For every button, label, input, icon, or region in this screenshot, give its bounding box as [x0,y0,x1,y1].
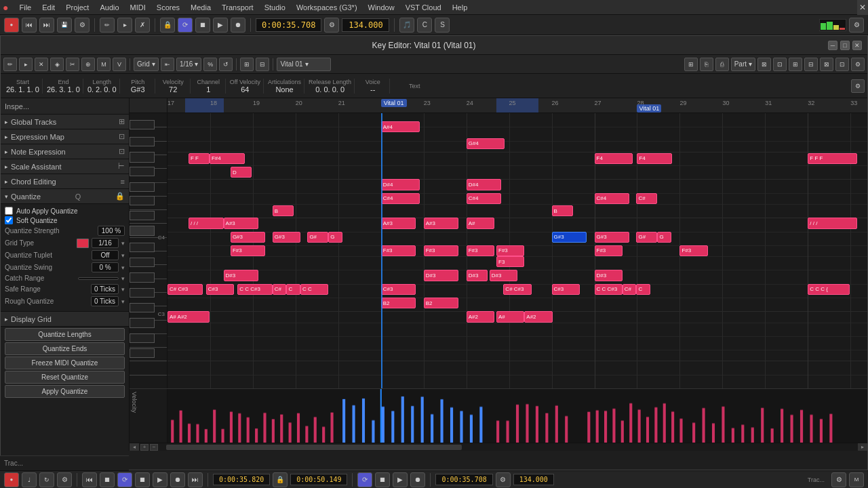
note-expression-header[interactable]: ▸ Note Expression ⊡ [1,144,129,159]
cycle-button[interactable]: ⟳ [178,18,193,33]
black-key-9[interactable] [130,243,155,252]
bottom-rec[interactable]: ⏺ [170,472,185,487]
ke-instrument-dropdown[interactable]: Vital 01 ▾ [277,58,331,71]
bottom-midi-btn[interactable]: M [849,472,864,487]
sync-btn[interactable]: S [435,18,450,33]
swing-arrow[interactable]: ▾ [121,264,125,271]
black-key-1[interactable] [130,120,155,129]
menu-edit[interactable]: Edit [37,2,60,13]
bottom-stop[interactable]: ⏹ [100,472,115,487]
note-as2-1[interactable]: A# A#2 [167,311,210,322]
bottom-metronome[interactable]: ♩ [22,472,37,487]
quantize-ends-btn[interactable]: Quantize Ends [5,342,125,355]
ke-param-settings[interactable]: ⚙ [851,79,865,93]
grid-type-value[interactable]: 1/16 [92,238,119,248]
note-gs3-sel[interactable]: G#3 [552,232,587,243]
note-as3-1[interactable]: A#3 [224,218,259,228]
ke-snap[interactable]: ⇤ [161,58,174,71]
note-ds3-r1[interactable]: D#3 [595,270,623,281]
note-cs3-r1[interactable]: C#3 [552,284,580,295]
black-key-2[interactable] [130,137,155,146]
bottom-stop2[interactable]: ⏹ [135,472,150,487]
note-f3-drop[interactable]: F3 [496,256,524,267]
menu-audio[interactable]: Audio [94,2,124,13]
auto-apply-checkbox[interactable] [5,207,13,215]
bottom-rec2[interactable]: ⏺ [410,472,425,487]
ke-r4[interactable]: ⊟ [804,58,818,71]
note-f4-r1[interactable]: F4 [595,153,633,164]
ke-undo[interactable]: ↺ [219,58,233,71]
ke-r6[interactable]: ⊡ [835,58,849,71]
ke-copy[interactable]: ⎘ [700,58,713,71]
bottom-time-lock[interactable]: 🔒 [273,472,288,487]
note-fs3-3[interactable]: F#3 [424,245,459,256]
soft-quantize-checkbox[interactable] [5,216,13,224]
note-cs3-1[interactable]: C#3 [206,284,234,295]
time-settings[interactable]: ⚙ [324,18,339,33]
global-settings[interactable]: ⚙ [849,18,864,33]
menu-scores[interactable]: Scores [151,2,185,13]
bottom-time-settings[interactable]: ⚙ [496,472,511,487]
safe-range-value[interactable]: 0 Ticks [91,284,119,294]
menu-file[interactable]: File [14,2,37,13]
black-key-3[interactable] [130,152,155,163]
note-ds3-1[interactable]: D#3 [224,270,259,281]
stop-button[interactable]: ⏹ [195,18,210,33]
ke-zoom[interactable]: ⊕ [81,58,95,71]
ke-r1[interactable]: ⊠ [757,58,771,71]
add-track-btn[interactable]: + [140,444,149,451]
display-grid-header[interactable]: ▸ Display Grid [1,312,129,327]
note-b3-2[interactable]: B [552,205,573,216]
global-tracks-header[interactable]: ▸ Global Tracks ⊞ [1,115,129,129]
transport-save[interactable]: 💾 [57,18,72,33]
menu-vstcloud[interactable]: VST Cloud [400,2,447,13]
scale-settings[interactable]: ⊢ [118,162,125,171]
global-tracks-settings[interactable]: ⊞ [119,117,125,126]
note-c4-r2[interactable]: C# [636,193,657,204]
bottom-settings-r[interactable]: ⚙ [831,472,846,487]
note-c4-r1[interactable]: C#4 [595,193,630,204]
quantize-q[interactable]: Q [75,192,81,201]
close-x-button[interactable]: ✕ [857,0,868,15]
catch-arrow[interactable]: ▾ [121,275,125,282]
black-key-7[interactable] [130,211,155,220]
bottom-play[interactable]: ▶ [153,472,167,487]
ke-cut[interactable]: ✂ [66,58,79,71]
note-f4-rr[interactable]: F F F [808,153,856,164]
freeze-midi-btn[interactable]: Freeze MIDI Quantize [5,357,125,369]
black-key-15[interactable] [130,333,155,343]
scale-assistant-header[interactable]: ▸ Scale Assistant ⊢ [1,159,129,174]
scroll-left-btn[interactable]: ◂ [130,443,139,451]
note-gs3-1[interactable]: G#3 [231,232,266,243]
note-fs3-r1[interactable]: F#3 [679,245,707,256]
note-as2-r1[interactable]: A#2 [467,311,494,322]
maximize-button[interactable]: □ [840,41,850,50]
ke-eraser[interactable]: ✕ [35,58,48,71]
quantize-lengths-btn[interactable]: Quantize Lengths [5,328,125,341]
grid-hscrollbar[interactable]: ◂ ▸ + − [130,443,867,451]
scroll-right-btn[interactable]: ▸ [858,443,867,451]
menu-window[interactable]: Window [363,2,400,13]
ke-pencil[interactable]: ✏ [3,58,17,71]
note-b2-2[interactable]: B2 [424,298,459,308]
note-fs3-4[interactable]: F#3 [467,245,494,256]
menu-workspaces[interactable]: Workspaces (G3*) [291,2,363,13]
black-key-16[interactable] [130,348,155,358]
ke-channel-sel[interactable]: ⊞ [684,58,698,71]
note-gs3-grp2[interactable]: G [328,232,342,243]
note-f3-1[interactable]: D [231,167,252,178]
note-ds3-3[interactable]: D#3 [467,270,488,281]
black-key-14[interactable] [130,318,155,327]
bottom-back[interactable]: ⏮ [82,472,97,487]
remove-track-btn[interactable]: − [150,444,158,451]
note-grid[interactable]: A#4 G#4 F F F#4 F4 F4 F F F D D#4 D#4 [167,113,867,388]
black-key-5[interactable] [130,182,155,192]
menu-help[interactable]: Help [447,2,473,13]
reset-quantize-btn[interactable]: Reset Quantize [5,371,125,384]
black-key-11[interactable] [130,272,155,282]
ke-settings2[interactable]: ⊟ [256,58,269,71]
note-ds3-2[interactable]: D#3 [424,270,459,281]
rough-quantize-value[interactable]: 0 Ticks [91,296,119,306]
note-cs3-rg[interactable]: C# C#3 [503,284,531,295]
tuplet-arrow[interactable]: ▾ [121,252,125,259]
